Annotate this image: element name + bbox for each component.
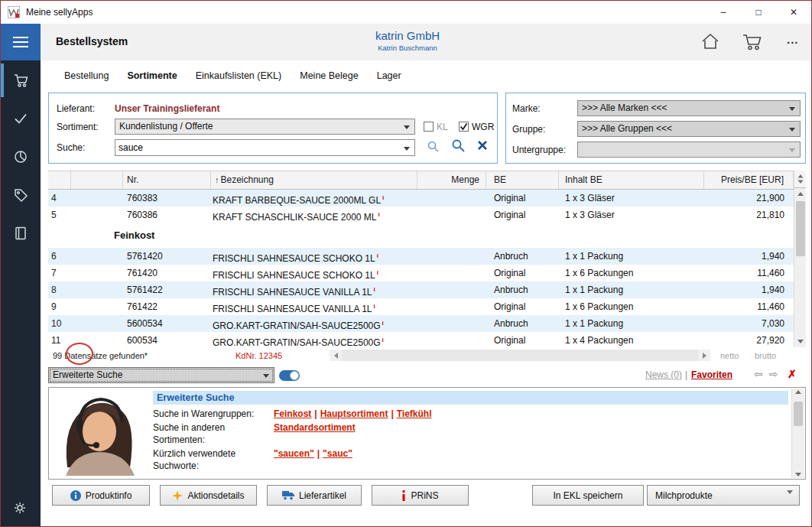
cell-menge[interactable] bbox=[417, 207, 486, 223]
in-ekl-speichern-button[interactable]: In EKL speichern bbox=[532, 485, 644, 506]
info-marker-icon[interactable]: i bbox=[377, 252, 378, 259]
group-header-feinkost[interactable]: Feinkost bbox=[48, 223, 794, 248]
table-horizontal-scrollbar[interactable] bbox=[330, 350, 710, 361]
nav-forward-button[interactable]: ⇨ bbox=[769, 368, 778, 380]
maximize-button[interactable]: □ bbox=[741, 1, 776, 24]
cell-menge[interactable] bbox=[417, 248, 486, 265]
sidebar-item-offers[interactable] bbox=[12, 187, 29, 203]
col-header-be[interactable]: BE bbox=[486, 171, 559, 189]
cell-menge[interactable] bbox=[417, 315, 486, 332]
panel-selector-dropdown[interactable]: Erweiterte Suche bbox=[48, 367, 274, 383]
cell-menge[interactable] bbox=[417, 281, 486, 298]
advanced-search-toggle[interactable] bbox=[279, 370, 300, 381]
table-row[interactable]: 5 760386 KRAFT SCHASCHLIK-SAUCE 2000 MLi… bbox=[48, 207, 794, 223]
cell-menge[interactable] bbox=[417, 190, 486, 207]
scroll-up-button[interactable] bbox=[792, 390, 804, 394]
sidebar-item-statistics[interactable] bbox=[12, 148, 29, 165]
more-options-button[interactable]: ... bbox=[787, 33, 799, 46]
cell-menge[interactable] bbox=[417, 332, 486, 349]
tab-meine-belege[interactable]: Meine Belege bbox=[300, 60, 358, 91]
news-link[interactable]: News (0) bbox=[645, 369, 682, 380]
search-button[interactable] bbox=[451, 138, 466, 155]
scrollbar-thumb[interactable] bbox=[794, 402, 803, 426]
link-tiefkuehl[interactable]: Tiefkühl bbox=[397, 408, 432, 419]
tab-sortimente[interactable]: Sortimente bbox=[127, 60, 177, 91]
scroll-up-button[interactable] bbox=[794, 188, 806, 200]
gruppe-dropdown[interactable]: >>> Alle Gruppen <<< bbox=[577, 121, 801, 137]
quick-search-button[interactable] bbox=[427, 140, 440, 155]
info-marker-icon[interactable]: i bbox=[382, 320, 384, 327]
marke-dropdown[interactable]: >>> Alle Marken <<< bbox=[577, 100, 801, 116]
prins-button[interactable]: PRiNS bbox=[372, 485, 469, 506]
close-button[interactable]: ✕ bbox=[776, 1, 811, 24]
cell-menge[interactable] bbox=[417, 298, 486, 315]
col-header-nr[interactable]: Nr. bbox=[123, 171, 211, 189]
col-header-menge[interactable]: Menge bbox=[417, 171, 486, 189]
home-button[interactable] bbox=[700, 32, 720, 53]
tab-einkaufslisten[interactable]: Einkaufslisten (EKL) bbox=[196, 60, 282, 91]
menu-button[interactable] bbox=[1, 24, 41, 60]
table-row[interactable]: 7 761420 FRISCHLI SAHNESAUCE SCHOKO 1Li … bbox=[48, 265, 794, 281]
search-combobox[interactable] bbox=[115, 139, 415, 156]
infopanel-scrollbar[interactable] bbox=[791, 389, 804, 478]
info-marker-icon[interactable]: i bbox=[374, 303, 375, 310]
nav-back-button[interactable]: ⇦ bbox=[754, 368, 763, 380]
brutto-toggle[interactable]: brutto bbox=[755, 351, 776, 360]
info-marker-icon[interactable]: i bbox=[378, 211, 380, 218]
settings-button[interactable] bbox=[12, 500, 28, 518]
scrollbar-thumb[interactable] bbox=[796, 201, 805, 256]
cell-menge[interactable] bbox=[417, 265, 486, 281]
cart-icon bbox=[741, 32, 764, 51]
checkmark-icon bbox=[460, 122, 468, 131]
produktinfo-button[interactable]: Produktinfo bbox=[52, 485, 150, 506]
milchprodukte-dropdown-button[interactable]: Milchprodukte bbox=[647, 485, 800, 506]
link-feinkost[interactable]: Feinkost bbox=[274, 408, 311, 419]
user-name: Katrin Buschmann bbox=[331, 44, 484, 52]
tab-bar: Bestellung Sortimente Einkaufslisten (EK… bbox=[41, 60, 811, 91]
info-marker-icon[interactable]: i bbox=[382, 194, 384, 201]
info-marker-icon[interactable]: i bbox=[374, 286, 375, 293]
column-menu-icon[interactable] bbox=[794, 171, 806, 188]
scroll-right-button[interactable] bbox=[698, 350, 710, 361]
scrollbar-track[interactable] bbox=[342, 350, 698, 361]
col-header-preis[interactable]: Preis/BE [EUR] bbox=[704, 171, 794, 189]
header-cart-button[interactable] bbox=[741, 32, 764, 54]
sidebar-item-cart[interactable] bbox=[12, 72, 29, 89]
col-header-inhalt[interactable]: Inhalt BE bbox=[559, 171, 704, 189]
info-marker-icon[interactable]: i bbox=[382, 337, 384, 343]
sortiment-dropdown[interactable]: Kundenlistung / Offerte bbox=[115, 119, 415, 135]
tab-lager[interactable]: Lager bbox=[377, 60, 401, 91]
minimize-button[interactable]: – bbox=[706, 1, 741, 24]
link-hauptsortiment[interactable]: Hauptsortiment bbox=[320, 408, 388, 419]
sidebar-item-catalog[interactable] bbox=[12, 225, 29, 242]
scroll-left-button[interactable] bbox=[330, 350, 342, 361]
link-sauc[interactable]: "sauc" bbox=[323, 448, 352, 459]
info-marker-icon[interactable]: i bbox=[377, 269, 378, 276]
clear-search-button[interactable] bbox=[477, 140, 488, 153]
table-row[interactable]: 4 760383 KRAFT BARBEQUE-SAUCE 2000ML GLi… bbox=[48, 190, 794, 207]
table-row[interactable]: 10 5600534 GRO.KART-GRATIN/SAH-SAUCE2500… bbox=[48, 315, 794, 332]
table-row[interactable]: 9 761422 FRISCHLI SAHNESAUCE VANILLA 1Li… bbox=[48, 298, 794, 315]
table-vertical-scrollbar[interactable] bbox=[794, 171, 806, 347]
kl-checkbox[interactable] bbox=[424, 122, 434, 132]
row-number: 5 bbox=[48, 207, 71, 223]
scroll-down-button[interactable] bbox=[792, 473, 804, 477]
untergruppe-label: Untergruppe: bbox=[512, 145, 566, 155]
link-standardsortiment[interactable]: Standardsortiment bbox=[274, 422, 356, 433]
table-row[interactable]: 8 5761422 FRISCHLI SAHNESAUCE VANILLA 1L… bbox=[48, 281, 794, 298]
netto-toggle[interactable]: netto bbox=[720, 351, 739, 360]
sidebar-item-orders[interactable] bbox=[12, 110, 29, 127]
aktionsdetails-button[interactable]: Aktionsdetails bbox=[160, 485, 257, 506]
close-panel-button[interactable]: ✗ bbox=[788, 368, 797, 380]
search-input[interactable] bbox=[115, 140, 398, 155]
wgr-checkbox[interactable] bbox=[459, 122, 469, 132]
link-saucen[interactable]: "saucen" bbox=[274, 448, 314, 459]
lieferartikel-button[interactable]: Lieferartikel bbox=[267, 485, 362, 506]
col-header-bezeichnung[interactable]: ↑Bezeichnung bbox=[211, 171, 417, 189]
scroll-down-button[interactable] bbox=[794, 336, 806, 347]
favoriten-link[interactable]: Favoriten bbox=[691, 369, 732, 380]
lieferartikel-label: Lieferartikel bbox=[299, 490, 346, 501]
tab-bestellung[interactable]: Bestellung bbox=[64, 60, 109, 91]
table-row[interactable]: 11 600534 GRO.KART-GRATIN/SAH-SAUCE2500G… bbox=[48, 332, 794, 349]
table-row[interactable]: 6 5761420 FRISCHLI SAHNESAUCE SCHOKO 1Li… bbox=[48, 248, 794, 265]
